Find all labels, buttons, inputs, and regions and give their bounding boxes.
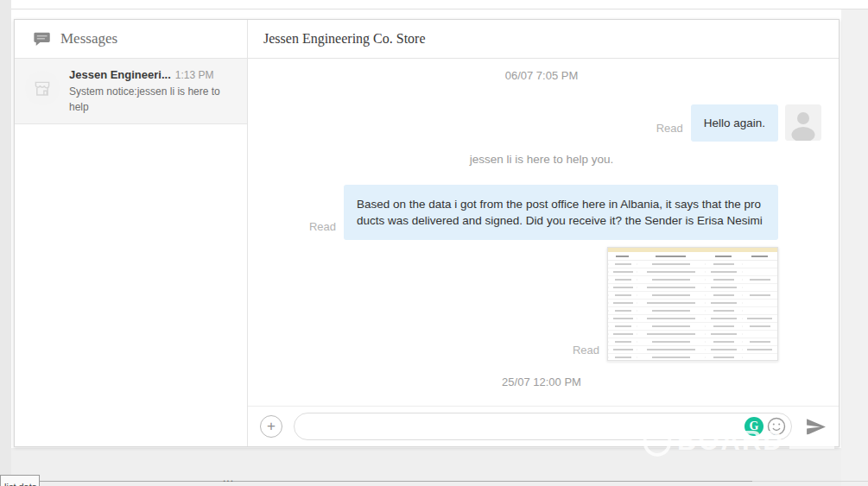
chat-message-list: 06/07 7:05 PM Read Hello again. jessen l… bbox=[248, 59, 839, 406]
attachment-image[interactable] bbox=[607, 247, 778, 361]
page-top-bar bbox=[11, 0, 868, 9]
messages-icon bbox=[34, 31, 51, 47]
attachment-table-row bbox=[608, 346, 777, 354]
conversation-time: 1:13 PM bbox=[175, 69, 214, 81]
chat-header: Jessen Engineering Co. Store bbox=[248, 20, 839, 59]
conversation-item-jessen[interactable]: Jessen Engineeri... 1:13 PM System notic… bbox=[15, 59, 247, 124]
attachment-table-row bbox=[608, 331, 777, 338]
message-input[interactable] bbox=[307, 420, 744, 433]
read-receipt: Read bbox=[573, 344, 599, 357]
messenger-window: Messages Jessen Engineeri... 1:13 PM Sys… bbox=[14, 19, 839, 447]
bottom-tab-label: list data bbox=[1, 476, 39, 486]
bottom-clipped-tab[interactable]: list data bbox=[0, 475, 40, 486]
page-right-gutter bbox=[841, 9, 868, 486]
emoji-icon[interactable] bbox=[767, 417, 786, 436]
read-receipt: Read bbox=[656, 122, 683, 135]
page-left-gutter bbox=[0, 0, 11, 486]
date-separator: 25/07 12:00 PM bbox=[262, 376, 821, 388]
attachment-table-row bbox=[608, 261, 777, 268]
conversation-summary: Jessen Engineeri... 1:13 PM System notic… bbox=[69, 68, 235, 115]
conversation-preview: System notice:jessen li is here to help bbox=[69, 84, 235, 115]
composer-bar: + G bbox=[248, 406, 839, 446]
attachment-table-row bbox=[608, 284, 777, 292]
attachment-table-row bbox=[608, 292, 777, 300]
attachment-table-row bbox=[608, 276, 777, 284]
message-row: Read bbox=[262, 247, 778, 361]
conversation-name: Jessen Engineeri... bbox=[69, 68, 171, 81]
send-icon[interactable] bbox=[805, 416, 827, 438]
read-receipt: Read bbox=[309, 220, 336, 233]
attachment-table-row bbox=[608, 354, 777, 362]
message-row: Read Based on the data i got from the po… bbox=[262, 185, 778, 240]
message-bubble: Based on the data i got from the post of… bbox=[344, 185, 778, 240]
store-avatar bbox=[25, 71, 60, 105]
date-separator: 06/07 7:05 PM bbox=[262, 69, 821, 82]
attachment-table-row bbox=[608, 300, 777, 307]
user-avatar bbox=[785, 104, 821, 141]
bottom-divider-light bbox=[752, 481, 868, 482]
chat-panel: Jessen Engineering Co. Store 06/07 7:05 … bbox=[248, 20, 839, 446]
attachment-table-row bbox=[608, 307, 777, 315]
add-attachment-button[interactable]: + bbox=[260, 415, 282, 438]
sidebar-header: Messages bbox=[15, 20, 247, 59]
attachment-table-row bbox=[608, 315, 777, 323]
attachment-table-row bbox=[608, 268, 777, 276]
message-bubble: Hello again. bbox=[691, 104, 778, 142]
message-input-pill: G bbox=[294, 413, 792, 440]
grammarly-icon[interactable]: G bbox=[744, 417, 763, 436]
conversations-sidebar: Messages Jessen Engineeri... 1:13 PM Sys… bbox=[15, 20, 248, 446]
overflow-ellipsis: ... bbox=[223, 472, 234, 484]
sidebar-title: Messages bbox=[60, 30, 117, 47]
message-row: Read Hello again. bbox=[262, 104, 821, 142]
attachment-table-row bbox=[608, 338, 777, 346]
system-message: jessen li is here to help you. bbox=[262, 153, 821, 166]
attachment-table-header-row bbox=[608, 252, 777, 261]
attachment-table-row bbox=[608, 323, 777, 331]
chat-title: Jessen Engineering Co. Store bbox=[263, 31, 426, 47]
bottom-divider bbox=[40, 481, 752, 482]
